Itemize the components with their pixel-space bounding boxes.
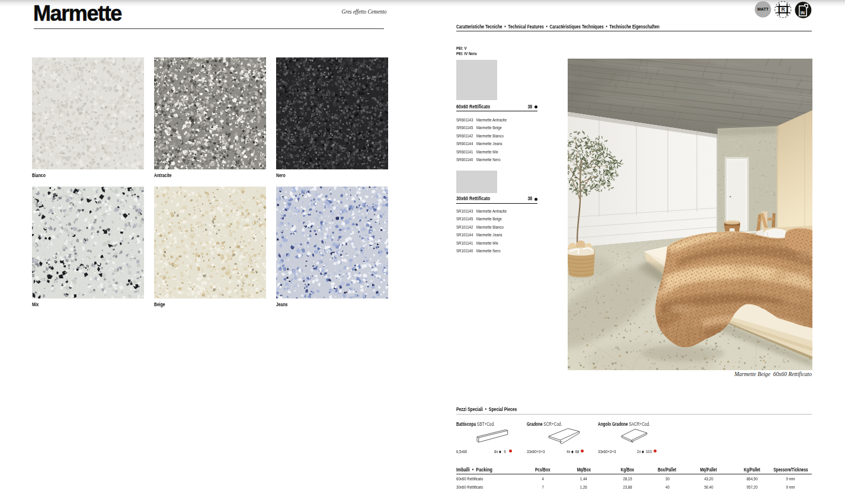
svg-text:MATT: MATT: [757, 7, 769, 12]
svg-text:R: R: [782, 7, 786, 13]
svg-text:IN: IN: [801, 11, 805, 15]
